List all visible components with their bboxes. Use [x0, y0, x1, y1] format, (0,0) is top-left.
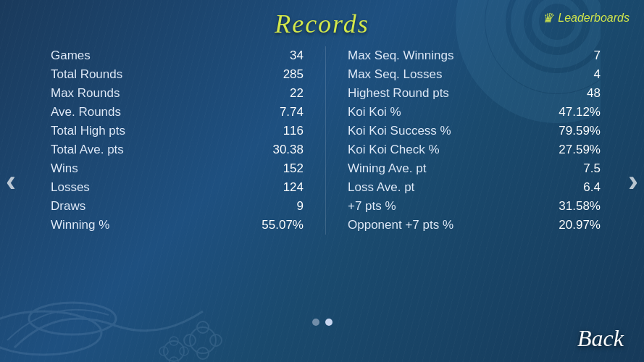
- stat-value: 285: [246, 67, 304, 82]
- stat-label: Draws: [51, 199, 85, 214]
- table-row: Koi Koi % 47.12%: [348, 103, 601, 122]
- stat-label: Koi Koi %: [348, 105, 401, 119]
- table-row: Max Seq. Losses 4: [348, 65, 601, 84]
- pagination: [312, 319, 333, 326]
- crown-icon: ♛: [542, 10, 553, 26]
- stat-value: 79.59%: [543, 124, 601, 138]
- stat-label: Total High pts: [51, 124, 125, 138]
- stat-label: Opponent +7 pts %: [348, 218, 453, 232]
- table-row: Total Ave. pts 30.38: [51, 140, 304, 159]
- table-row: Draws 9: [51, 197, 304, 216]
- stat-label: Games: [51, 49, 91, 63]
- stat-label: Koi Koi Success %: [348, 124, 451, 138]
- table-row: Wining Ave. pt 7.5: [348, 159, 601, 178]
- stat-label: Wins: [51, 161, 78, 176]
- stat-value: 7.74: [246, 105, 304, 119]
- table-row: Max Rounds 22: [51, 84, 304, 103]
- table-row: Winning % 55.07%: [51, 216, 304, 235]
- stat-value: 22: [246, 86, 304, 101]
- stat-value: 7: [543, 49, 601, 63]
- table-row: Total High pts 116: [51, 122, 304, 140]
- page-dot-1[interactable]: [312, 319, 319, 326]
- stat-label: Max Seq. Losses: [348, 67, 442, 82]
- stat-label: +7 pts %: [348, 199, 396, 214]
- table-row: Ave. Rounds 7.74: [51, 103, 304, 122]
- stat-label: Ave. Rounds: [51, 105, 121, 119]
- stat-label: Highest Round pts: [348, 86, 449, 101]
- stat-value: 34: [246, 49, 304, 63]
- stats-content: Games 34 Total Rounds 285 Max Rounds 22 …: [0, 39, 644, 235]
- stat-label: Total Rounds: [51, 67, 122, 82]
- next-button[interactable]: ›: [628, 164, 638, 198]
- table-row: Games 34: [51, 46, 304, 65]
- left-column: Games 34 Total Rounds 285 Max Rounds 22 …: [51, 46, 304, 235]
- stat-label: Losses: [51, 180, 90, 195]
- stat-label: Total Ave. pts: [51, 143, 124, 157]
- table-row: Losses 124: [51, 178, 304, 197]
- table-row: Opponent +7 pts % 20.97%: [348, 216, 601, 235]
- stat-value: 9: [246, 199, 304, 214]
- column-divider: [325, 46, 326, 235]
- table-row: +7 pts % 31.58%: [348, 197, 601, 216]
- stat-value: 124: [246, 180, 304, 195]
- stat-value: 31.58%: [543, 199, 601, 214]
- stat-value: 27.59%: [543, 143, 601, 157]
- page-title: Records: [275, 9, 369, 38]
- prev-button[interactable]: ‹: [6, 164, 16, 198]
- stat-label: Koi Koi Check %: [348, 143, 440, 157]
- stat-label: Max Rounds: [51, 86, 120, 101]
- stat-label: Winning %: [51, 218, 109, 232]
- table-row: Total Rounds 285: [51, 65, 304, 84]
- back-button[interactable]: Back: [577, 325, 624, 352]
- stat-value: 6.4: [543, 180, 601, 195]
- table-row: Loss Ave. pt 6.4: [348, 178, 601, 197]
- svg-point-6: [190, 327, 216, 353]
- stat-value: 4: [543, 67, 601, 82]
- stat-value: 47.12%: [543, 105, 601, 119]
- decorative-swirls: [0, 217, 232, 362]
- stat-value: 30.38: [246, 143, 304, 157]
- stat-label: Loss Ave. pt: [348, 180, 414, 195]
- svg-point-11: [164, 341, 184, 361]
- table-row: Highest Round pts 48: [348, 84, 601, 103]
- stat-value: 116: [246, 124, 304, 138]
- table-row: Max Seq. Winnings 7: [348, 46, 601, 65]
- table-row: Wins 152: [51, 159, 304, 178]
- right-column: Max Seq. Winnings 7 Max Seq. Losses 4 Hi…: [348, 46, 601, 235]
- stat-value: 48: [543, 86, 601, 101]
- stat-value: 55.07%: [246, 218, 304, 232]
- leaderboards-button[interactable]: ♛ Leaderboards: [542, 10, 630, 26]
- leaderboards-label: Leaderboards: [558, 12, 630, 25]
- table-row: Koi Koi Check % 27.59%: [348, 140, 601, 159]
- stat-label: Max Seq. Winnings: [348, 49, 453, 63]
- stat-value: 7.5: [543, 161, 601, 176]
- stat-label: Wining Ave. pt: [348, 161, 426, 176]
- page-dot-2[interactable]: [325, 319, 333, 326]
- table-row: Koi Koi Success % 79.59%: [348, 122, 601, 140]
- stat-value: 152: [246, 161, 304, 176]
- stat-value: 20.97%: [543, 218, 601, 232]
